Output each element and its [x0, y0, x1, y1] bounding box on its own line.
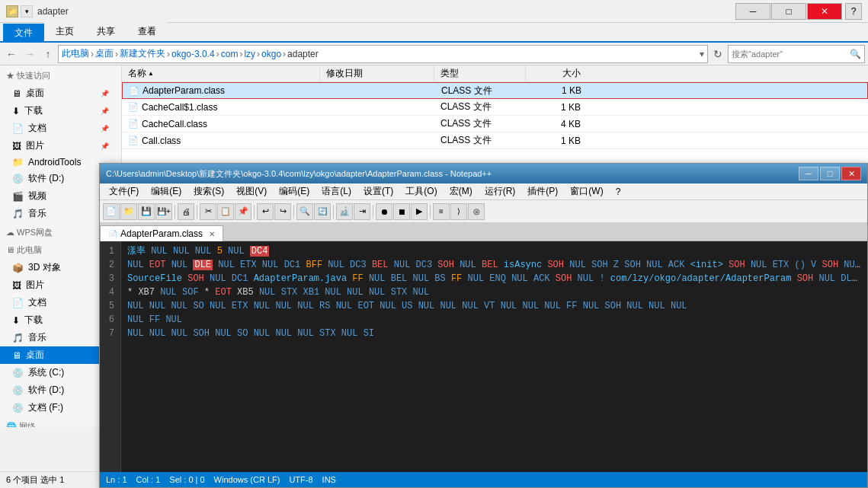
- npp-tb-print[interactable]: 🖨: [178, 203, 194, 220]
- tab-view[interactable]: 查看: [127, 22, 168, 41]
- npp-maximize[interactable]: □: [820, 167, 840, 180]
- sidebar-item-download-1[interactable]: ⬇ 下载 📌: [0, 102, 121, 120]
- file-list-header: 名称 ▲ 修改日期 类型 大小: [122, 65, 868, 82]
- sidebar-item-pictures-1[interactable]: 🖼 图片 📌: [0, 137, 121, 155]
- npp-menu-edit[interactable]: 编辑(E): [145, 183, 187, 199]
- nav-forward[interactable]: →: [21, 46, 38, 62]
- file-cell-type-1: CLASS 文件: [435, 85, 527, 97]
- software-d-icon-1: 💿: [12, 174, 24, 184]
- download-icon-1: ⬇: [12, 106, 20, 116]
- explorer-close[interactable]: ✕: [807, 3, 842, 20]
- npp-tb-new[interactable]: 📄: [103, 203, 120, 220]
- pin-icon-2: 📌: [101, 107, 109, 115]
- nav-up[interactable]: ↑: [40, 46, 56, 62]
- search-input[interactable]: [732, 49, 850, 59]
- npp-tb-paste[interactable]: 📌: [235, 203, 251, 220]
- file-cell-size-3: 4 KB: [526, 119, 587, 129]
- npp-tb-macro-stop[interactable]: ⏹: [393, 203, 410, 220]
- npp-tb-find[interactable]: 🔍: [296, 203, 313, 220]
- npp-status-sel: Sel : 0 | 0: [169, 475, 204, 484]
- breadcrumb-desktop[interactable]: 桌面: [95, 47, 114, 60]
- npp-menu-encoding[interactable]: 编码(E): [273, 183, 315, 199]
- nav-back[interactable]: ←: [3, 46, 20, 62]
- sidebar-item-desktop-1[interactable]: 🖥 桌面 📌: [0, 85, 121, 102]
- npp-tb-macro-rec[interactable]: ⏺: [376, 203, 392, 220]
- file-row-cachecall1[interactable]: 📄 CacheCall$1.class CLASS 文件 1 KB: [122, 99, 868, 116]
- breadcrumb-lzy[interactable]: lzy: [244, 49, 255, 59]
- tab-file[interactable]: 文件: [3, 24, 44, 42]
- quick-access-icon-2[interactable]: ▾: [21, 5, 33, 18]
- explorer-maximize[interactable]: □: [771, 3, 806, 20]
- nav-refresh[interactable]: ↻: [709, 46, 726, 62]
- npp-tb-saveall[interactable]: 💾+: [155, 203, 172, 220]
- tab-home[interactable]: 主页: [44, 22, 85, 41]
- bc-dropdown[interactable]: ▾: [700, 49, 704, 59]
- npp-tb-save[interactable]: 💾: [138, 203, 155, 220]
- npp-tb-open[interactable]: 📁: [120, 203, 137, 220]
- npp-menu-plugins[interactable]: 插件(P): [521, 183, 564, 199]
- pictures-icon-1: 🖼: [12, 141, 21, 152]
- npp-close[interactable]: ✕: [841, 167, 861, 180]
- help-button[interactable]: ?: [845, 3, 862, 20]
- desktop-icon-active: 🖥: [12, 350, 21, 361]
- sidebar-item-docs-1[interactable]: 📄 文档 📌: [0, 120, 121, 137]
- npp-menu-search[interactable]: 搜索(S): [187, 183, 230, 199]
- col-header-date[interactable]: 修改日期: [320, 65, 434, 81]
- npp-menu-settings[interactable]: 设置(T): [357, 183, 399, 199]
- npp-tb-extra-3[interactable]: ◎: [468, 203, 485, 220]
- breadcrumb-newfolder[interactable]: 新建文件夹: [120, 47, 165, 60]
- pictures-icon-2: 🖼: [12, 280, 21, 291]
- npp-tb-zoom-in[interactable]: 🔬: [336, 203, 353, 220]
- npp-menu-help[interactable]: ?: [610, 185, 627, 199]
- code-line-1: 漾率 NUL NUL NUL 5 NUL DC4: [127, 244, 861, 258]
- npp-menu-tools[interactable]: 工具(O): [399, 183, 443, 199]
- file-cell-size-4: 1 KB: [526, 136, 587, 146]
- file-row-adapterparam[interactable]: 📄 AdapterParam.class CLASS 文件 1 KB: [122, 82, 868, 99]
- npp-menu-window[interactable]: 窗口(W): [564, 183, 609, 199]
- col-header-name[interactable]: 名称 ▲: [122, 65, 320, 81]
- npp-menu-view[interactable]: 视图(V): [230, 183, 273, 199]
- npp-tab-adapterparam[interactable]: 📄 AdapterParam.class ✕: [100, 225, 223, 241]
- breadcrumb-okgo[interactable]: okgo-3.0.4: [171, 49, 215, 59]
- npp-tb-indent[interactable]: ⇥: [354, 203, 370, 220]
- npp-tb-macro-play[interactable]: ▶: [411, 203, 428, 220]
- npp-tb-extra-1[interactable]: ≡: [433, 203, 450, 220]
- npp-menu-macro[interactable]: 宏(M): [444, 183, 479, 199]
- notepad-window: C:\Users\admin\Desktop\新建文件夹\okgo-3.0.4\…: [99, 163, 868, 488]
- npp-tb-redo[interactable]: ↪: [274, 203, 291, 220]
- file-cell-name-3: 📄 CacheCall.class: [122, 119, 320, 129]
- pin-icon-4: 📌: [101, 142, 109, 150]
- npp-code-area[interactable]: 漾率 NUL NUL NUL 5 NUL DC4 NUL EOT NUL DLE…: [121, 241, 867, 472]
- explorer-minimize[interactable]: ─: [735, 3, 770, 20]
- file-row-call[interactable]: 📄 Call.class CLASS 文件 1 KB: [122, 132, 868, 149]
- bc-sep-3: ›: [167, 49, 170, 59]
- file-icon-4: 📄: [128, 136, 139, 145]
- col-header-size[interactable]: 大小: [526, 65, 587, 81]
- npp-status-col: Col : 1: [136, 475, 161, 484]
- npp-menu-file[interactable]: 文件(F): [103, 183, 145, 199]
- sidebar-section-quick: ★ 快速访问: [0, 69, 121, 83]
- npp-minimize[interactable]: ─: [799, 167, 818, 180]
- breadcrumb-adapter[interactable]: adapter: [287, 49, 319, 59]
- breadcrumb-okgo2[interactable]: okgo: [261, 49, 281, 59]
- npp-status-eol: Windows (CR LF): [214, 475, 280, 484]
- line-num-5: 5: [106, 299, 114, 313]
- tab-file-icon: 📄: [108, 230, 117, 238]
- address-path-bar[interactable]: 此电脑 › 桌面 › 新建文件夹 › okgo-3.0.4 › com › lz…: [58, 45, 708, 63]
- tab-close-icon[interactable]: ✕: [209, 230, 215, 238]
- tab-share[interactable]: 共享: [85, 22, 127, 41]
- npp-menu-run[interactable]: 运行(R): [479, 183, 522, 199]
- npp-tb-extra-2[interactable]: ⟩: [450, 203, 467, 220]
- col-header-type[interactable]: 类型: [434, 65, 526, 81]
- npp-tb-undo[interactable]: ↩: [257, 203, 274, 220]
- file-row-cachecall[interactable]: 📄 CacheCall.class CLASS 文件 4 KB: [122, 116, 868, 132]
- file-cell-name-4: 📄 Call.class: [122, 136, 320, 146]
- breadcrumb-pc[interactable]: 此电脑: [62, 47, 89, 60]
- npp-tb-replace[interactable]: 🔄: [314, 203, 331, 220]
- npp-status-ln: Ln : 1: [106, 475, 127, 484]
- npp-tb-cut[interactable]: ✂: [200, 203, 216, 220]
- npp-menu-language[interactable]: 语言(L): [315, 183, 357, 199]
- breadcrumb-com[interactable]: com: [221, 49, 239, 59]
- quick-access-icon-1[interactable]: 📁: [6, 5, 18, 18]
- npp-tb-copy[interactable]: 📋: [217, 203, 234, 220]
